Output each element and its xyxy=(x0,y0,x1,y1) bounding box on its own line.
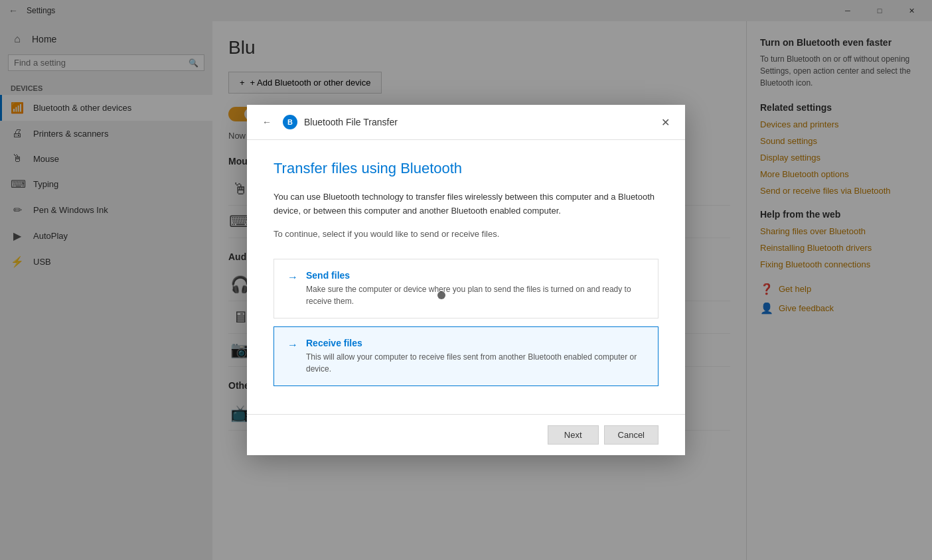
receive-files-title: Receive files xyxy=(306,338,645,348)
send-files-desc: Make sure the computer or device where y… xyxy=(306,283,645,307)
receive-files-desc: This will allow your computer to receive… xyxy=(306,351,645,375)
modal-instruction: To continue, select if you would like to… xyxy=(273,229,659,239)
cancel-button[interactable]: Cancel xyxy=(604,425,659,445)
modal-bt-icon: B xyxy=(283,115,297,129)
bluetooth-file-transfer-modal: ← B Bluetooth File Transfer ✕ Transfer f… xyxy=(247,105,685,455)
modal-body: Transfer files using Bluetooth You can u… xyxy=(247,140,685,414)
receive-files-content: Receive files This will allow your compu… xyxy=(306,338,645,375)
modal-description: You can use Bluetooth technology to tran… xyxy=(273,190,659,218)
modal-header-title: Bluetooth File Transfer xyxy=(304,117,398,127)
modal-close-button[interactable]: ✕ xyxy=(656,113,674,131)
modal-heading: Transfer files using Bluetooth xyxy=(273,160,659,177)
modal-footer: Next Cancel xyxy=(247,414,685,455)
modal-back-button[interactable]: ← xyxy=(258,113,276,131)
modal-header: ← B Bluetooth File Transfer ✕ xyxy=(247,105,685,140)
receive-files-arrow: → xyxy=(287,339,298,351)
receive-files-option[interactable]: → Receive files This will allow your com… xyxy=(273,326,659,386)
modal-overlay: ← B Bluetooth File Transfer ✕ Transfer f… xyxy=(0,0,932,560)
send-files-content: Send files Make sure the computer or dev… xyxy=(306,270,645,307)
send-files-title: Send files xyxy=(306,270,645,281)
next-button[interactable]: Next xyxy=(548,425,599,445)
send-files-arrow: → xyxy=(287,271,298,283)
bt-icon-label: B xyxy=(287,118,293,126)
send-files-option[interactable]: → Send files Make sure the computer or d… xyxy=(273,259,659,318)
